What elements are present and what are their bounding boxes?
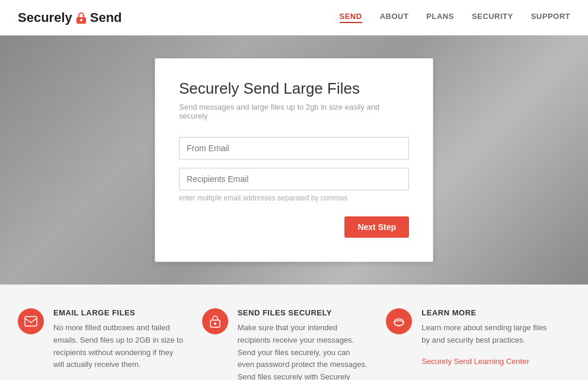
feature-email: EMAIL LARGE FILES No more filled outboxe… [18, 308, 202, 380]
feature-learn: LEARN MORE Learn more about sending larg… [386, 308, 570, 380]
feature-email-content: EMAIL LARGE FILES No more filled outboxe… [53, 308, 184, 380]
nav-about[interactable]: ABOUT [380, 12, 409, 23]
svg-point-1 [80, 19, 82, 21]
learn-icon [386, 308, 412, 334]
feature-secure-title: SEND FILES SECURELY [238, 308, 369, 317]
next-step-button[interactable]: Next Step [344, 216, 409, 238]
lock-icon [75, 11, 88, 24]
brand-text-part1: Securely [18, 10, 72, 25]
main-nav: SEND ABOUT PLANS SECURITY SUPPORT [340, 12, 570, 23]
from-email-input[interactable] [179, 137, 409, 159]
learn-more-link[interactable]: Securely Send Learning Center [421, 357, 529, 366]
email-icon [18, 308, 44, 334]
nav-send[interactable]: SEND [340, 12, 362, 23]
nav-support[interactable]: SUPPORT [531, 12, 570, 23]
features-section: EMAIL LARGE FILES No more filled outboxe… [0, 285, 588, 380]
brand-text-part2: Send [90, 10, 122, 25]
nav-plans[interactable]: PLANS [426, 12, 454, 23]
feature-email-body: No more filled outboxes and failed email… [53, 322, 184, 371]
card-subtitle: Send messages and large files up to 2gb … [179, 103, 409, 120]
nav-security[interactable]: SECURITY [472, 12, 513, 23]
feature-learn-title: LEARN MORE [421, 308, 552, 317]
email-hint: enter multiple email addresses separated… [179, 194, 409, 202]
recipients-email-input[interactable] [179, 168, 409, 190]
feature-secure-content: SEND FILES SECURELY Make sure that your … [238, 308, 369, 380]
hero-section: Securely Send Large Files Send messages … [0, 36, 588, 285]
feature-secure: SEND FILES SECURELY Make sure that your … [202, 308, 386, 380]
header: Securely Send SEND ABOUT PLANS SECURITY … [0, 0, 588, 36]
brand-logo: Securely Send [18, 10, 122, 25]
send-card: Securely Send Large Files Send messages … [155, 58, 433, 262]
card-title: Securely Send Large Files [179, 79, 409, 98]
svg-point-4 [214, 322, 216, 325]
feature-email-title: EMAIL LARGE FILES [53, 308, 184, 317]
secure-icon [202, 308, 228, 334]
svg-rect-2 [25, 317, 37, 326]
feature-learn-body: Learn more about sending large files by … [421, 322, 552, 347]
feature-learn-content: LEARN MORE Learn more about sending larg… [421, 308, 552, 380]
feature-secure-body: Make sure that your intended recipients … [238, 322, 369, 380]
